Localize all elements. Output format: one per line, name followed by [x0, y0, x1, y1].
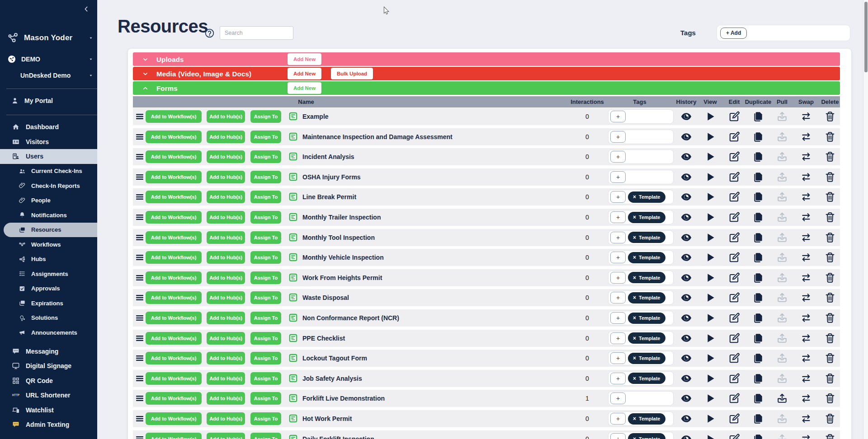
drag-handle-icon[interactable] — [135, 233, 145, 243]
drag-handle-icon[interactable] — [135, 353, 145, 363]
pull-icon[interactable] — [776, 232, 788, 243]
assign-to-button[interactable]: Assign To — [250, 211, 281, 224]
pull-icon[interactable] — [776, 392, 788, 404]
remove-tag-icon[interactable]: × — [633, 275, 636, 281]
duplicate-icon[interactable] — [752, 332, 764, 344]
drag-handle-icon[interactable] — [135, 172, 145, 182]
view-icon[interactable] — [704, 151, 716, 163]
remove-tag-icon[interactable]: × — [633, 234, 636, 241]
swap-icon[interactable] — [800, 352, 812, 364]
sidebar-item-workflows[interactable]: Workflows — [0, 237, 97, 252]
swap-icon[interactable] — [800, 191, 812, 203]
assign-to-button[interactable]: Assign To — [250, 372, 281, 385]
add-to-hub-s-button[interactable]: Add to Hub(s) — [207, 251, 245, 264]
add-to-workflow-s-button[interactable]: Add to Workflow(s) — [146, 433, 202, 439]
edit-icon[interactable] — [728, 392, 740, 404]
sidebar-item-my-portal[interactable]: My Portal — [0, 94, 97, 107]
swap-icon[interactable] — [800, 232, 812, 243]
bulk-upload-button[interactable]: Bulk Upload — [331, 68, 373, 79]
delete-icon[interactable] — [824, 232, 836, 243]
history-icon[interactable] — [680, 232, 692, 243]
workspace-menu[interactable]: UnDesked Demo — [0, 70, 97, 81]
sidebar-item-notifications[interactable]: Notifications — [0, 208, 97, 223]
remove-tag-icon[interactable]: × — [633, 436, 636, 439]
history-icon[interactable] — [680, 211, 692, 223]
add-to-hub-s-button[interactable]: Add to Hub(s) — [207, 150, 245, 163]
history-icon[interactable] — [680, 392, 692, 404]
remove-tag-icon[interactable]: × — [633, 335, 636, 341]
add-to-workflow-s-button[interactable]: Add to Workflow(s) — [146, 291, 202, 304]
duplicate-icon[interactable] — [752, 433, 764, 439]
view-icon[interactable] — [704, 272, 716, 284]
edit-icon[interactable] — [728, 171, 740, 183]
add-tag-button[interactable]: + — [610, 413, 626, 425]
tag-badge-template[interactable]: ×Template — [628, 353, 665, 364]
drag-handle-icon[interactable] — [135, 212, 145, 222]
add-to-hub-s-button[interactable]: Add to Hub(s) — [207, 372, 245, 385]
sidebar-item-solutions[interactable]: Solutions — [0, 311, 97, 326]
view-icon[interactable] — [704, 433, 716, 439]
sidebar-item-people[interactable]: People — [0, 193, 97, 208]
add-tag-button[interactable]: + — [610, 111, 626, 122]
history-icon[interactable] — [680, 252, 692, 263]
add-to-workflow-s-button[interactable]: Add to Workflow(s) — [146, 150, 202, 163]
drag-handle-icon[interactable] — [135, 132, 145, 142]
history-icon[interactable] — [680, 131, 692, 143]
view-icon[interactable] — [704, 312, 716, 324]
assign-to-button[interactable]: Assign To — [250, 271, 281, 284]
help-icon[interactable] — [204, 28, 215, 38]
section-bar-media-video-image-docs[interactable]: Media (Video, Image & Docs)Add NewBulk U… — [133, 67, 840, 80]
history-icon[interactable] — [680, 111, 692, 122]
delete-icon[interactable] — [824, 392, 836, 404]
drag-handle-icon[interactable] — [135, 393, 145, 403]
remove-tag-icon[interactable]: × — [633, 254, 636, 261]
add-new-button[interactable]: Add New — [288, 82, 321, 94]
sidebar-item-resources[interactable]: Resources — [4, 223, 97, 238]
sidebar-item-watchlist[interactable]: Watchlist — [0, 403, 97, 418]
swap-icon[interactable] — [800, 413, 812, 425]
chevron-down-icon[interactable] — [142, 56, 149, 63]
sidebar-collapse-button[interactable] — [83, 5, 90, 13]
drag-handle-icon[interactable] — [135, 414, 145, 424]
pull-icon[interactable] — [776, 252, 788, 263]
edit-icon[interactable] — [728, 131, 740, 143]
duplicate-icon[interactable] — [752, 232, 764, 243]
pull-icon[interactable] — [776, 312, 788, 324]
edit-icon[interactable] — [728, 211, 740, 223]
sidebar-item-expirations[interactable]: Expirations — [0, 296, 97, 311]
pull-icon[interactable] — [776, 272, 788, 284]
duplicate-icon[interactable] — [752, 211, 764, 223]
pull-icon[interactable] — [776, 373, 788, 384]
assign-to-button[interactable]: Assign To — [250, 412, 281, 425]
drag-handle-icon[interactable] — [135, 333, 145, 343]
view-icon[interactable] — [704, 392, 716, 404]
add-to-hub-s-button[interactable]: Add to Hub(s) — [207, 412, 245, 425]
add-to-workflow-s-button[interactable]: Add to Workflow(s) — [146, 131, 202, 143]
pull-icon[interactable] — [776, 151, 788, 163]
edit-icon[interactable] — [728, 252, 740, 263]
add-tag-button[interactable]: + — [610, 332, 626, 344]
duplicate-icon[interactable] — [752, 352, 764, 364]
add-tag-button[interactable]: + — [610, 292, 626, 304]
scrollbar[interactable] — [863, 0, 868, 439]
add-tag-button[interactable]: + — [610, 373, 626, 384]
add-tag-button[interactable]: + — [610, 151, 626, 163]
add-tag-button[interactable]: + — [610, 352, 626, 364]
add-tag-button[interactable]: + — [610, 171, 626, 183]
swap-icon[interactable] — [800, 111, 812, 122]
sidebar-item-current-check-ins[interactable]: Current Check-Ins — [0, 164, 97, 179]
add-tag-button[interactable]: + — [610, 191, 626, 203]
remove-tag-icon[interactable]: × — [633, 355, 636, 361]
delete-icon[interactable] — [824, 332, 836, 344]
duplicate-icon[interactable] — [752, 373, 764, 384]
drag-handle-icon[interactable] — [135, 374, 145, 383]
duplicate-icon[interactable] — [752, 392, 764, 404]
tag-badge-template[interactable]: ×Template — [628, 292, 665, 304]
tag-badge-template[interactable]: ×Template — [628, 373, 665, 384]
delete-icon[interactable] — [824, 312, 836, 324]
duplicate-icon[interactable] — [752, 151, 764, 163]
scrollbar-thumb[interactable] — [864, 2, 868, 72]
add-tag-button[interactable]: + — [610, 272, 626, 284]
add-to-workflow-s-button[interactable]: Add to Workflow(s) — [146, 171, 202, 183]
tag-badge-template[interactable]: ×Template — [628, 433, 665, 439]
